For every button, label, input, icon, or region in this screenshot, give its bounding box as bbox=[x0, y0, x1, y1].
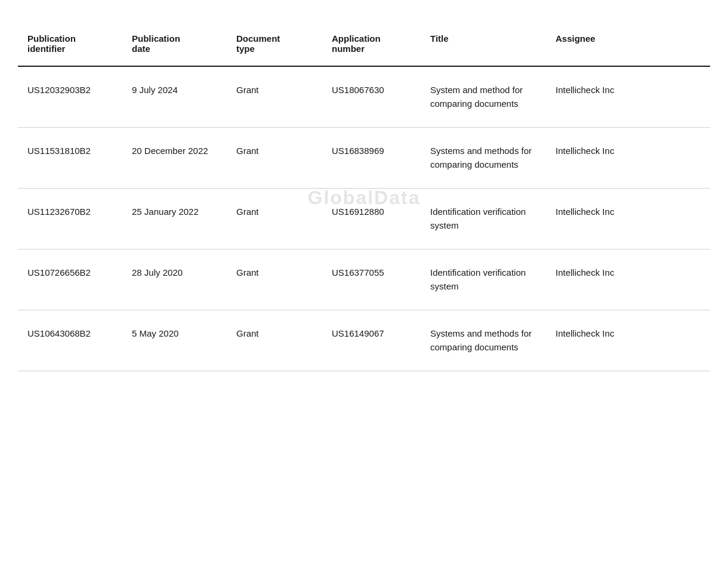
assignee-cell: Intellicheck Inc bbox=[546, 249, 710, 310]
title-cell: Identification verification system bbox=[421, 189, 546, 249]
title-cell: Identification verification system bbox=[421, 249, 546, 310]
app-num-cell: US16838969 bbox=[322, 128, 421, 189]
pub-date-cell: 20 December 2022 bbox=[122, 128, 227, 189]
col-header-title: Title bbox=[421, 24, 546, 66]
col-header-doc-type: Documenttype bbox=[227, 24, 322, 66]
table-row: US11531810B220 December 2022GrantUS16838… bbox=[18, 128, 710, 189]
assignee-cell: Intellicheck Inc bbox=[546, 128, 710, 189]
app-num-cell: US18067630 bbox=[322, 66, 421, 128]
pub-id-cell: US11531810B2 bbox=[18, 128, 122, 189]
pub-id-cell: US12032903B2 bbox=[18, 66, 122, 128]
table-row: US11232670B225 January 2022GrantUS169128… bbox=[18, 189, 710, 249]
title-cell: System and method for comparing document… bbox=[421, 66, 546, 128]
col-header-pub-date: Publicationdate bbox=[122, 24, 227, 66]
table-header-row: Publicationidentifier Publicationdate Do… bbox=[18, 24, 710, 66]
table-row: US10643068B25 May 2020GrantUS16149067Sys… bbox=[18, 310, 710, 371]
app-num-cell: US16377055 bbox=[322, 249, 421, 310]
pub-date-cell: 28 July 2020 bbox=[122, 249, 227, 310]
assignee-cell: Intellicheck Inc bbox=[546, 189, 710, 249]
col-header-pub-id: Publicationidentifier bbox=[18, 24, 122, 66]
assignee-cell: Intellicheck Inc bbox=[546, 310, 710, 371]
doc-type-cell: Grant bbox=[227, 128, 322, 189]
pub-id-cell: US11232670B2 bbox=[18, 189, 122, 249]
table-row: US10726656B228 July 2020GrantUS16377055I… bbox=[18, 249, 710, 310]
col-header-app-num: Applicationnumber bbox=[322, 24, 421, 66]
app-num-cell: US16149067 bbox=[322, 310, 421, 371]
pub-date-cell: 5 May 2020 bbox=[122, 310, 227, 371]
pub-id-cell: US10726656B2 bbox=[18, 249, 122, 310]
pub-date-cell: 25 January 2022 bbox=[122, 189, 227, 249]
doc-type-cell: Grant bbox=[227, 310, 322, 371]
patent-table-container: GlobalData Publicationidentifier Publica… bbox=[18, 24, 710, 371]
doc-type-cell: Grant bbox=[227, 66, 322, 128]
pub-date-cell: 9 July 2024 bbox=[122, 66, 227, 128]
title-cell: Systems and methods for comparing docume… bbox=[421, 128, 546, 189]
col-header-assignee: Assignee bbox=[546, 24, 710, 66]
title-cell: Systems and methods for comparing docume… bbox=[421, 310, 546, 371]
pub-id-cell: US10643068B2 bbox=[18, 310, 122, 371]
assignee-cell: Intellicheck Inc bbox=[546, 66, 710, 128]
doc-type-cell: Grant bbox=[227, 249, 322, 310]
table-row: US12032903B29 July 2024GrantUS18067630Sy… bbox=[18, 66, 710, 128]
app-num-cell: US16912880 bbox=[322, 189, 421, 249]
patent-table: Publicationidentifier Publicationdate Do… bbox=[18, 24, 710, 371]
doc-type-cell: Grant bbox=[227, 189, 322, 249]
